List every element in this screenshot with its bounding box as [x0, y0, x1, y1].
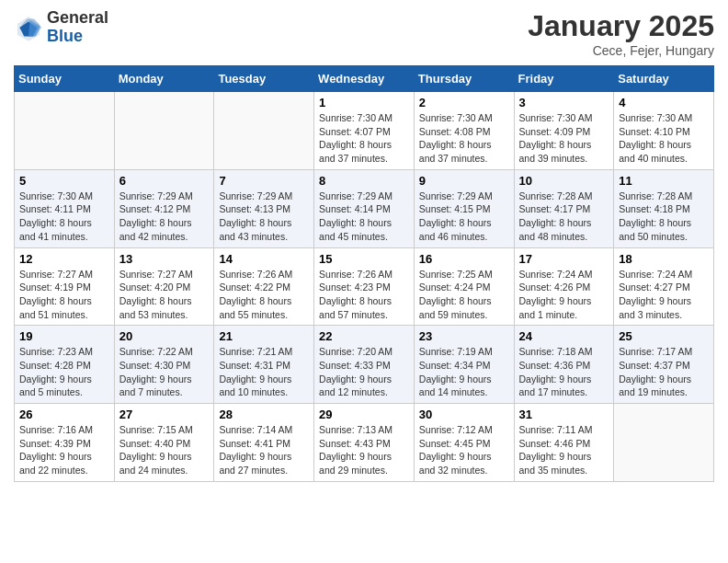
logo-text: General Blue	[47, 9, 108, 46]
day-number: 26	[19, 408, 109, 421]
header: General Blue January 2025 Cece, Fejer, H…	[14, 9, 714, 58]
day-number: 21	[219, 329, 309, 343]
calendar-cell: 2Sunrise: 7:30 AMSunset: 4:08 PMDaylight…	[414, 92, 514, 170]
calendar-cell: 21Sunrise: 7:21 AMSunset: 4:31 PMDayligh…	[214, 326, 314, 404]
calendar-cell	[15, 92, 115, 170]
day-info: Sunrise: 7:17 AMSunset: 4:37 PMDaylight:…	[619, 345, 709, 399]
day-info: Sunrise: 7:27 AMSunset: 4:19 PMDaylight:…	[19, 268, 109, 322]
day-info: Sunrise: 7:30 AMSunset: 4:08 PMDaylight:…	[419, 111, 509, 166]
calendar-cell: 15Sunrise: 7:26 AMSunset: 4:23 PMDayligh…	[314, 247, 415, 326]
day-number: 31	[519, 408, 609, 421]
day-number: 16	[419, 252, 509, 266]
calendar-cell: 16Sunrise: 7:25 AMSunset: 4:24 PMDayligh…	[414, 247, 514, 326]
calendar-cell: 23Sunrise: 7:19 AMSunset: 4:34 PMDayligh…	[414, 326, 514, 404]
calendar-cell: 19Sunrise: 7:23 AMSunset: 4:28 PMDayligh…	[15, 326, 115, 404]
day-info: Sunrise: 7:11 AMSunset: 4:46 PMDaylight:…	[519, 423, 609, 477]
calendar-cell	[114, 92, 214, 170]
day-info: Sunrise: 7:19 AMSunset: 4:34 PMDaylight:…	[419, 345, 509, 399]
month-title: January 2025	[528, 9, 714, 43]
calendar-cell: 25Sunrise: 7:17 AMSunset: 4:37 PMDayligh…	[614, 326, 714, 404]
day-info: Sunrise: 7:29 AMSunset: 4:13 PMDaylight:…	[219, 190, 309, 244]
day-info: Sunrise: 7:24 AMSunset: 4:27 PMDaylight:…	[619, 268, 709, 322]
day-info: Sunrise: 7:29 AMSunset: 4:15 PMDaylight:…	[419, 190, 509, 244]
weekday-header-row: SundayMondayTuesdayWednesdayThursdayFrid…	[15, 66, 714, 92]
calendar-cell: 8Sunrise: 7:29 AMSunset: 4:14 PMDaylight…	[314, 169, 415, 247]
calendar-cell: 6Sunrise: 7:29 AMSunset: 4:12 PMDaylight…	[114, 169, 214, 247]
page: General Blue January 2025 Cece, Fejer, H…	[0, 0, 728, 496]
day-info: Sunrise: 7:26 AMSunset: 4:23 PMDaylight:…	[319, 268, 409, 322]
logo: General Blue	[14, 9, 108, 46]
day-info: Sunrise: 7:30 AMSunset: 4:11 PMDaylight:…	[19, 190, 109, 244]
day-info: Sunrise: 7:15 AMSunset: 4:40 PMDaylight:…	[119, 423, 210, 477]
weekday-header-thursday: Thursday	[414, 66, 514, 92]
calendar-cell: 30Sunrise: 7:12 AMSunset: 4:45 PMDayligh…	[414, 404, 514, 482]
calendar-cell: 26Sunrise: 7:16 AMSunset: 4:39 PMDayligh…	[15, 404, 115, 482]
day-number: 24	[519, 329, 609, 343]
day-info: Sunrise: 7:24 AMSunset: 4:26 PMDaylight:…	[519, 268, 609, 322]
day-number: 20	[119, 329, 210, 343]
calendar-cell: 9Sunrise: 7:29 AMSunset: 4:15 PMDaylight…	[414, 169, 514, 247]
calendar-cell: 11Sunrise: 7:28 AMSunset: 4:18 PMDayligh…	[614, 169, 714, 247]
day-info: Sunrise: 7:16 AMSunset: 4:39 PMDaylight:…	[19, 423, 109, 477]
calendar-week-row: 12Sunrise: 7:27 AMSunset: 4:19 PMDayligh…	[15, 247, 714, 326]
day-number: 4	[619, 96, 709, 109]
day-info: Sunrise: 7:29 AMSunset: 4:14 PMDaylight:…	[319, 190, 409, 244]
calendar-cell: 12Sunrise: 7:27 AMSunset: 4:19 PMDayligh…	[15, 247, 115, 326]
weekday-header-friday: Friday	[514, 66, 614, 92]
calendar-cell: 13Sunrise: 7:27 AMSunset: 4:20 PMDayligh…	[114, 247, 214, 326]
calendar: SundayMondayTuesdayWednesdayThursdayFrid…	[14, 65, 714, 482]
day-info: Sunrise: 7:21 AMSunset: 4:31 PMDaylight:…	[219, 345, 309, 399]
calendar-cell: 31Sunrise: 7:11 AMSunset: 4:46 PMDayligh…	[514, 404, 614, 482]
day-info: Sunrise: 7:30 AMSunset: 4:10 PMDaylight:…	[619, 111, 709, 166]
logo-general-label: General	[47, 9, 108, 28]
day-number: 7	[219, 174, 309, 188]
weekday-header-tuesday: Tuesday	[214, 66, 314, 92]
day-number: 25	[619, 329, 709, 343]
day-number: 19	[19, 329, 109, 343]
day-info: Sunrise: 7:22 AMSunset: 4:30 PMDaylight:…	[119, 345, 210, 399]
day-number: 5	[19, 174, 109, 188]
day-number: 18	[619, 252, 709, 266]
day-number: 14	[219, 252, 309, 266]
day-info: Sunrise: 7:25 AMSunset: 4:24 PMDaylight:…	[419, 268, 509, 322]
day-number: 29	[319, 408, 409, 421]
day-info: Sunrise: 7:29 AMSunset: 4:12 PMDaylight:…	[119, 190, 210, 244]
day-number: 13	[119, 252, 210, 266]
day-number: 28	[219, 408, 309, 421]
day-number: 22	[319, 329, 409, 343]
logo-icon	[14, 13, 43, 42]
calendar-cell: 18Sunrise: 7:24 AMSunset: 4:27 PMDayligh…	[614, 247, 714, 326]
calendar-cell: 29Sunrise: 7:13 AMSunset: 4:43 PMDayligh…	[314, 404, 415, 482]
day-number: 11	[619, 174, 709, 188]
weekday-header-monday: Monday	[114, 66, 214, 92]
day-info: Sunrise: 7:28 AMSunset: 4:17 PMDaylight:…	[519, 190, 609, 244]
day-number: 1	[319, 96, 409, 109]
day-number: 12	[19, 252, 109, 266]
day-info: Sunrise: 7:18 AMSunset: 4:36 PMDaylight:…	[519, 345, 609, 399]
calendar-cell: 20Sunrise: 7:22 AMSunset: 4:30 PMDayligh…	[114, 326, 214, 404]
day-info: Sunrise: 7:23 AMSunset: 4:28 PMDaylight:…	[19, 345, 109, 399]
weekday-header-sunday: Sunday	[15, 66, 115, 92]
day-info: Sunrise: 7:26 AMSunset: 4:22 PMDaylight:…	[219, 268, 309, 322]
day-number: 8	[319, 174, 409, 188]
calendar-cell: 7Sunrise: 7:29 AMSunset: 4:13 PMDaylight…	[214, 169, 314, 247]
calendar-cell	[214, 92, 314, 170]
location: Cece, Fejer, Hungary	[528, 43, 714, 58]
calendar-week-row: 1Sunrise: 7:30 AMSunset: 4:07 PMDaylight…	[15, 92, 714, 170]
weekday-header-saturday: Saturday	[614, 66, 714, 92]
day-info: Sunrise: 7:12 AMSunset: 4:45 PMDaylight:…	[419, 423, 509, 477]
day-info: Sunrise: 7:13 AMSunset: 4:43 PMDaylight:…	[319, 423, 409, 477]
day-number: 9	[419, 174, 509, 188]
day-number: 23	[419, 329, 509, 343]
day-number: 3	[519, 96, 609, 109]
day-info: Sunrise: 7:20 AMSunset: 4:33 PMDaylight:…	[319, 345, 409, 399]
calendar-cell: 27Sunrise: 7:15 AMSunset: 4:40 PMDayligh…	[114, 404, 214, 482]
day-info: Sunrise: 7:27 AMSunset: 4:20 PMDaylight:…	[119, 268, 210, 322]
calendar-cell: 24Sunrise: 7:18 AMSunset: 4:36 PMDayligh…	[514, 326, 614, 404]
weekday-header-wednesday: Wednesday	[314, 66, 415, 92]
day-info: Sunrise: 7:28 AMSunset: 4:18 PMDaylight:…	[619, 190, 709, 244]
day-number: 15	[319, 252, 409, 266]
day-info: Sunrise: 7:14 AMSunset: 4:41 PMDaylight:…	[219, 423, 309, 477]
calendar-cell: 5Sunrise: 7:30 AMSunset: 4:11 PMDaylight…	[15, 169, 115, 247]
day-number: 17	[519, 252, 609, 266]
